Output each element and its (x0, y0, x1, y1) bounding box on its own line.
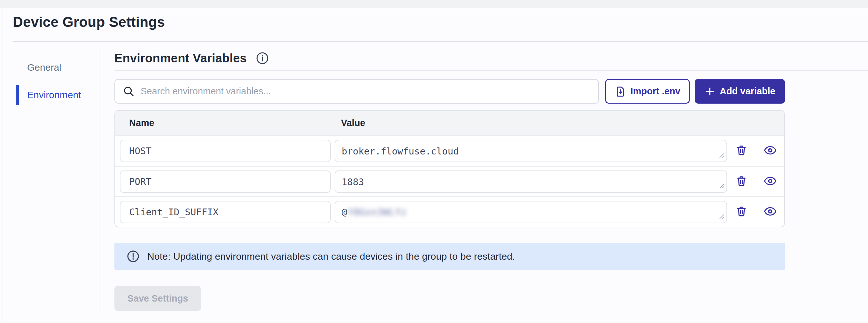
plus-icon (704, 86, 715, 97)
import-env-label: Import .env (630, 86, 680, 96)
save-settings-button[interactable]: Save Settings (115, 286, 201, 311)
import-env-button[interactable]: Import .env (605, 79, 690, 104)
trash-icon (735, 144, 747, 157)
toggle-visibility-button[interactable] (764, 145, 777, 157)
restart-note-text: Note: Updating environment variables can… (147, 251, 515, 262)
trash-icon (735, 205, 747, 218)
title-divider (13, 41, 868, 41)
search-input[interactable] (141, 86, 592, 96)
page-title: Device Group Settings (13, 14, 868, 30)
column-header-name: Name (120, 118, 331, 128)
page-bottom-border (0, 321, 868, 321)
delete-variable-button[interactable] (735, 144, 747, 157)
search-box[interactable] (115, 79, 599, 104)
delete-variable-button[interactable] (735, 205, 747, 218)
info-icon[interactable] (256, 52, 269, 65)
section-divider (115, 70, 868, 71)
env-value-masked-field[interactable]: @ Y8Gxn3WLYz (335, 201, 727, 223)
env-value-textarea[interactable]: 1883 (335, 171, 727, 193)
add-variable-label: Add variable (720, 86, 775, 96)
env-name-input[interactable] (120, 201, 331, 223)
window-top-strip (0, 0, 868, 8)
sidebar-item-label: General (27, 62, 61, 73)
env-name-input[interactable] (120, 140, 331, 162)
table-row: @ Y8Gxn3WLYz (115, 196, 784, 227)
eye-icon (764, 176, 777, 187)
sidebar-item-label: Environment (27, 90, 81, 100)
eye-icon (764, 206, 777, 218)
env-name-input[interactable] (120, 171, 331, 193)
restart-note-banner: Note: Updating environment variables can… (115, 243, 785, 270)
column-header-value: Value (335, 118, 727, 128)
eye-icon (764, 145, 777, 157)
search-icon (123, 85, 135, 97)
settings-side-nav: General Environment (13, 50, 99, 311)
env-variables-table: Name Value broker.flowfuse.cloud (115, 110, 785, 227)
add-variable-button[interactable]: Add variable (695, 79, 785, 104)
device-group-settings-page: Device Group Settings General Environmen… (0, 8, 868, 311)
table-row: broker.flowfuse.cloud (115, 136, 784, 166)
table-row: 1883 (115, 166, 784, 196)
trash-icon (735, 175, 747, 188)
env-toolbar: Import .env Add variable (115, 79, 785, 104)
masked-value-prefix: @ (342, 207, 347, 217)
sidebar-item-environment[interactable]: Environment (16, 81, 99, 109)
env-value-textarea[interactable]: broker.flowfuse.cloud (335, 140, 727, 162)
document-download-icon (615, 86, 626, 97)
delete-variable-button[interactable] (735, 175, 747, 188)
toggle-visibility-button[interactable] (764, 206, 777, 218)
sidebar-divider (99, 50, 99, 310)
sidebar-item-general[interactable]: General (16, 54, 99, 81)
toggle-visibility-button[interactable] (764, 176, 777, 187)
exclamation-circle-icon (127, 250, 140, 263)
masked-value-blur: Y8Gxn3WLYz (348, 207, 407, 217)
section-heading: Environment Variables (115, 52, 247, 65)
environment-panel: Environment Variables (115, 50, 868, 311)
table-header-row: Name Value (115, 111, 784, 136)
